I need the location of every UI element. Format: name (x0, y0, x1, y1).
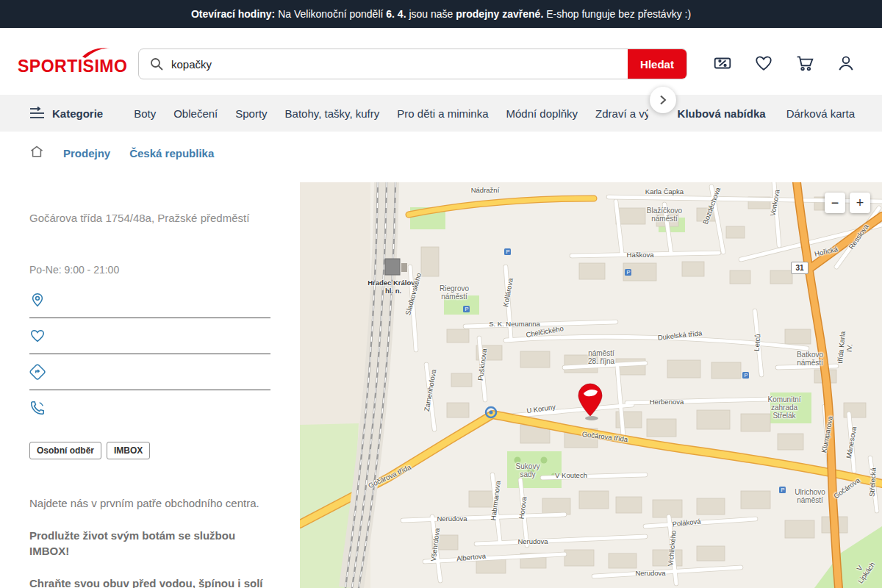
store-tag[interactable]: IMBOX (107, 442, 150, 459)
header: SPORTISIMO Hledat (0, 28, 882, 95)
breadcrumb: ProdejnyČeská republika (29, 144, 214, 162)
announcement-segment: Otevírací hodiny: (191, 8, 275, 20)
chevron-right-icon (659, 95, 667, 105)
station-building (385, 259, 400, 275)
phone-icon (29, 400, 46, 416)
nav-items: BotyOblečeníSportyBatohy, tašky, kufryPr… (134, 107, 648, 120)
map[interactable]: P P P P P NádražníKarla ČapkaBlažíčkovo … (300, 182, 882, 588)
logo[interactable]: SPORTISIMO (18, 49, 121, 78)
action-show-on-map[interactable] (29, 282, 270, 318)
nav-right-items: Klubová nabídkaDárková karta (678, 107, 855, 120)
nav-item[interactable]: Batohy, tašky, kufry (285, 107, 380, 120)
nav-item[interactable]: Oblečení (173, 107, 218, 120)
action-call[interactable] (29, 390, 270, 426)
zoom-in-button[interactable]: + (850, 193, 870, 213)
page: Otevírací hodiny: Na Velikonoční pondělí… (0, 0, 882, 588)
kategorie-label: Kategorie (52, 107, 103, 120)
store-hours: Po-Ne: 9:00 - 21:00 (29, 264, 119, 276)
voucher-icon[interactable] (713, 54, 732, 73)
store-address: Gočárova třída 1754/48a, Pražské předměs… (29, 212, 279, 224)
kategorie-icon (29, 107, 46, 120)
nav-item[interactable]: Klubová nabídka (678, 107, 766, 120)
announcement-segment: prodejny zavřené. (456, 8, 543, 20)
header-icons (713, 54, 856, 73)
nav-item[interactable]: Boty (134, 107, 156, 120)
announcement-segment: Na Velikonoční pondělí (275, 8, 386, 20)
main-nav: Kategorie BotyOblečeníSportyBatohy, tašk… (0, 95, 882, 132)
map-canvas: P P P P P (300, 182, 882, 588)
store-paragraph: Najdete nás v prvním patře obchodního ce… (29, 495, 272, 511)
search-input[interactable] (170, 49, 628, 79)
svg-text:P: P (506, 248, 509, 255)
logo-text: SPORTISIMO (18, 57, 127, 76)
wishlist-icon[interactable] (754, 54, 773, 73)
home-icon[interactable] (29, 144, 44, 162)
svg-text:P: P (744, 372, 747, 379)
nav-item[interactable]: Pro děti a miminka (397, 107, 488, 120)
nav-item[interactable]: Módní doplňky (506, 107, 578, 120)
store-description: Najdete nás v prvním patře obchodního ce… (29, 495, 272, 588)
action-favorite-store[interactable] (29, 318, 270, 354)
breadcrumb-link[interactable]: Česká republika (129, 147, 214, 159)
svg-text:P: P (626, 269, 630, 276)
nav-item[interactable]: Dárková karta (786, 107, 855, 120)
breadcrumb-link[interactable]: Prodejny (63, 147, 110, 159)
nav-item[interactable]: Sporty (235, 107, 267, 120)
announcement-segment: E-shop funguje bez přestávky :) (543, 8, 691, 20)
announcement-segment: jsou naše (406, 8, 456, 20)
route-shield: 31 (791, 262, 808, 274)
directions-icon (29, 364, 46, 380)
action-navigate[interactable] (29, 354, 270, 390)
kategorie-button[interactable]: Kategorie (29, 107, 103, 120)
zoom-out-button[interactable]: − (825, 193, 845, 213)
svg-text:P: P (781, 487, 784, 493)
store-paragraph: Prodlužte život svým botám se službou IM… (29, 528, 272, 559)
nav-item[interactable]: Zdraví a výživa (595, 107, 648, 120)
store-tags: Osobní odběrIMBOX (29, 442, 150, 459)
announcement-bar: Otevírací hodiny: Na Velikonoční pondělí… (0, 0, 882, 28)
store-actions (29, 282, 270, 426)
zoom-controls: − + (825, 193, 870, 213)
search-icon (139, 49, 170, 79)
search-button[interactable]: Hledat (628, 49, 686, 79)
announcement-text: Otevírací hodiny: Na Velikonoční pondělí… (191, 8, 691, 20)
announcement-segment: 6. 4. (386, 8, 406, 20)
account-icon[interactable] (836, 54, 856, 73)
store-tag[interactable]: Osobní odběr (29, 442, 101, 459)
store-paragraph: Chraňte svou obuv před vodou, špínou i s… (29, 576, 272, 588)
location-pin-icon (29, 292, 46, 308)
heart-icon (29, 328, 46, 344)
breadcrumb-links: ProdejnyČeská republika (63, 147, 214, 159)
cart-icon[interactable] (795, 54, 814, 73)
svg-text:P: P (465, 306, 468, 312)
search-bar: Hledat (138, 49, 687, 79)
nav-next-button[interactable] (650, 87, 676, 113)
